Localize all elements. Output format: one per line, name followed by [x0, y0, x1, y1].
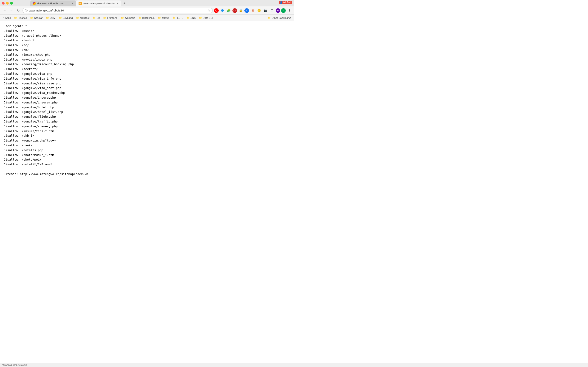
back-button[interactable]: ←: [2, 8, 7, 13]
bookmark-synthesis[interactable]: 📁 synthesis: [120, 16, 137, 20]
folder-icon: 📁: [138, 16, 142, 19]
folder-icon: 📁: [59, 16, 62, 19]
folder-icon: 📁: [76, 16, 79, 19]
folder-icon: 📁: [199, 16, 202, 19]
office-icon[interactable]: ⊞: [250, 8, 255, 13]
address-bar[interactable]: ⓘ www.mafengwo.cn/robots.txt ☆: [23, 8, 213, 13]
bookmark-om-label: O&M: [50, 17, 56, 19]
bookmark-sns[interactable]: 📁 SNS: [185, 16, 197, 20]
google-favicon: [33, 2, 36, 5]
bookmark-finance[interactable]: 📁 Finance: [13, 16, 28, 20]
bookmark-blockchain[interactable]: 📁 Blockchain: [137, 16, 156, 20]
screenshot-icon[interactable]: 📷: [263, 8, 268, 13]
lock-icon: ⓘ: [25, 9, 27, 12]
bookmark-sns-label: SNS: [190, 17, 196, 19]
reload-button[interactable]: ↻: [16, 8, 21, 13]
bookmark-om[interactable]: 📁 O&M: [44, 16, 57, 20]
bookmark-finance-label: Finance: [18, 17, 27, 19]
folder-icon: 📁: [158, 16, 161, 19]
new-tab-button[interactable]: +: [121, 0, 128, 6]
crypto-icon[interactable]: 🪙: [256, 8, 262, 13]
more-button[interactable]: ⋮: [287, 8, 292, 13]
titlebar: site:www.wikipedia.com – Goo... ✕ M www.…: [0, 0, 294, 6]
bookmark-other[interactable]: 📁 Other Bookmarks: [266, 16, 293, 20]
tab-google[interactable]: site:www.wikipedia.com – Goo... ✕: [30, 0, 76, 6]
bookmark-db[interactable]: 📁 DB: [91, 16, 101, 20]
page-content: User-agent: * Disallow: /music/ Disallow…: [0, 21, 294, 205]
bookmark-scholar-label: Scholar: [34, 17, 43, 19]
folder-icon: 📁: [121, 16, 124, 19]
vpn-icon[interactable]: 🔷: [220, 8, 225, 13]
mafengwo-favicon: M: [78, 2, 82, 5]
close-button[interactable]: [2, 2, 5, 5]
forward-button[interactable]: →: [9, 8, 14, 13]
minimize-button[interactable]: [6, 2, 9, 5]
bookmark-datasci-label: Data SCI: [203, 17, 213, 19]
nav-icons: O 🔷 🧩 LP 🔒 f ⊞ 🪙 📷 🛡 P G ⋮: [214, 8, 292, 13]
folder-icon: 📁: [268, 16, 271, 19]
bookmark-devlang-label: DevLang: [63, 17, 73, 19]
lastpass-icon[interactable]: LP: [233, 8, 237, 13]
bookmark-ielts[interactable]: 📁 IELTS: [171, 16, 185, 20]
extensions-icon[interactable]: 🧩: [226, 8, 232, 13]
folder-icon: 📁: [46, 16, 49, 19]
winfred-badge: 👤 Winfred: [279, 1, 292, 4]
bookmark-ielts-label: IELTS: [176, 17, 183, 19]
bookmarks-bar: ⠿ Apps 📁 Finance 📁 Scholar 📁 O&M 📁 DevLa…: [0, 15, 294, 21]
navbar: ← → ↻ ⓘ www.mafengwo.cn/robots.txt ☆ O 🔷…: [0, 6, 294, 15]
folder-icon: 📁: [14, 16, 17, 19]
apps-grid-icon: ⠿: [3, 17, 4, 19]
robots-txt-content: User-agent: * Disallow: /music/ Disallow…: [4, 24, 290, 177]
maximize-button[interactable]: [10, 2, 13, 5]
bookmark-architect[interactable]: 📁 architect: [75, 16, 91, 20]
bookmark-architect-label: architect: [80, 17, 90, 19]
lock-security-icon[interactable]: 🔒: [238, 8, 243, 13]
shield-icon[interactable]: 🛡: [269, 8, 275, 13]
star-icon[interactable]: ☆: [208, 9, 210, 12]
folder-icon: 📁: [103, 16, 106, 19]
bookmark-apps[interactable]: ⠿ Apps: [1, 16, 12, 20]
bookmark-startup-label: startup: [162, 17, 170, 19]
folder-icon: 📁: [93, 16, 96, 19]
bookmark-apps-label: Apps: [5, 17, 11, 19]
bookmark-frontend[interactable]: 📁 FrontEnd: [102, 16, 119, 20]
facebook-icon[interactable]: f: [244, 8, 249, 13]
tab-mafengwo-label: www.mafengwo.cn/robots.txt: [83, 2, 115, 5]
winfred-label: Winfred: [283, 1, 291, 4]
grammarly-icon[interactable]: G: [281, 8, 286, 13]
tab-google-label: site:www.wikipedia.com – Goo...: [37, 2, 70, 5]
opera-icon[interactable]: O: [214, 8, 219, 13]
bookmark-db-label: DB: [96, 17, 100, 19]
bookmark-blockchain-label: Blockchain: [142, 17, 155, 19]
bookmark-datasci[interactable]: 📁 Data SCI: [198, 16, 215, 20]
tab-mafengwo-close[interactable]: ✕: [116, 2, 119, 5]
bookmark-other-label: Other Bookmarks: [271, 17, 291, 19]
address-text: www.mafengwo.cn/robots.txt: [29, 9, 206, 12]
bookmark-devlang[interactable]: 📁 DevLang: [57, 16, 74, 20]
folder-icon: 📁: [173, 16, 176, 19]
tab-google-close[interactable]: ✕: [71, 2, 74, 5]
bookmark-synthesis-label: synthesis: [125, 17, 135, 19]
bookmark-scholar[interactable]: 📁 Scholar: [29, 16, 44, 20]
bookmark-frontend-label: FrontEnd: [107, 17, 117, 19]
folder-icon: 📁: [187, 16, 190, 19]
folder-icon: 📁: [30, 16, 33, 19]
traffic-lights: [2, 2, 13, 5]
proxy-icon[interactable]: P: [276, 8, 280, 13]
tab-mafengwo[interactable]: M www.mafengwo.cn/robots.txt ✕: [76, 0, 121, 6]
tabs-bar: site:www.wikipedia.com – Goo... ✕ M www.…: [14, 0, 128, 6]
bookmark-startup[interactable]: 📁 startup: [156, 16, 171, 20]
